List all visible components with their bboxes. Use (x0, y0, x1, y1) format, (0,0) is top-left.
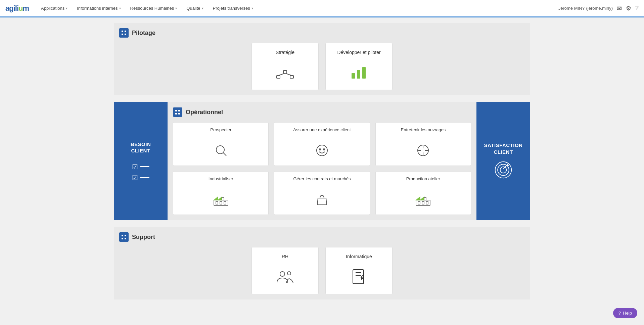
section-header-support: Support (119, 232, 525, 242)
svg-rect-47 (122, 238, 123, 239)
chevron-down-icon: ▾ (66, 6, 67, 10)
rh-icon (275, 268, 295, 288)
svg-rect-29 (222, 197, 224, 200)
industrialiser-label: Industrialiser (209, 176, 233, 182)
card-prospecter[interactable]: Prospecter (173, 122, 269, 166)
pilotage-icon (119, 28, 129, 38)
svg-marker-28 (218, 197, 222, 200)
svg-rect-12 (175, 110, 177, 111)
checklist-line-1: ☑ (132, 163, 149, 171)
operationnel-icon (173, 107, 182, 117)
menu-ressources-humaines[interactable]: Ressources Humaines ▾ (126, 4, 181, 13)
menu-qualite[interactable]: Qualité ▾ (182, 4, 207, 13)
besoin-client-title: BESOIN CLIENT (121, 141, 161, 154)
svg-point-18 (317, 145, 327, 156)
svg-rect-39 (426, 201, 428, 204)
support-icon (119, 232, 129, 242)
svg-marker-56 (361, 277, 363, 279)
svg-marker-34 (416, 197, 420, 200)
production-atelier-icon (415, 192, 431, 210)
navbar: agilium Applications ▾ Informations inte… (0, 0, 644, 17)
section-header-pilotage: Pilotage (119, 28, 525, 38)
svg-rect-46 (125, 235, 126, 236)
svg-point-19 (319, 149, 321, 150)
strategie-icon (275, 64, 295, 84)
besoin-client-checklist: ☑ ☑ (132, 163, 149, 182)
svg-rect-0 (122, 31, 123, 32)
menu-applications[interactable]: Applications ▾ (37, 4, 72, 13)
card-informatique[interactable]: Informatique (325, 247, 393, 294)
line-bar-2 (140, 177, 149, 178)
chevron-down-icon: ▾ (175, 6, 177, 10)
gear-icon[interactable]: ⚙ (626, 5, 631, 12)
help-icon[interactable]: ? (635, 5, 639, 12)
section-support: Support RH Informatique (114, 227, 530, 299)
rh-label: RH (282, 253, 288, 260)
svg-rect-31 (220, 201, 222, 204)
svg-point-49 (280, 272, 285, 276)
svg-rect-45 (122, 235, 123, 236)
card-contrats[interactable]: Gérer les contrats et marchés (274, 171, 370, 215)
svg-point-41 (498, 164, 509, 176)
card-strategie[interactable]: Stratégie (251, 43, 319, 90)
svg-rect-38 (422, 201, 424, 204)
svg-rect-30 (216, 201, 218, 204)
main-content: Pilotage Stratégie Développer et p (87, 17, 557, 312)
svg-marker-35 (420, 197, 424, 200)
prospecter-icon (214, 143, 228, 161)
informatique-label: Informatique (346, 253, 372, 260)
informatique-icon (349, 268, 369, 288)
entretenir-icon (416, 143, 430, 161)
svg-line-7 (278, 73, 285, 76)
support-title: Support (132, 234, 155, 241)
pilotage-cards: Stratégie Développer et piloter (119, 43, 525, 90)
section-pilotage: Pilotage Stratégie Développer et p (114, 23, 530, 95)
svg-line-8 (285, 73, 292, 76)
logo[interactable]: agilium (5, 4, 29, 13)
navbar-right: Jérôme MINY (jerome.miny) ✉ ⚙ ? (558, 5, 639, 12)
operationnel-cards: Prospecter Assurer une expérience client (173, 122, 471, 215)
section-operationnel: BESOIN CLIENT ☑ ☑ (114, 102, 530, 220)
user-name: Jérôme MINY (jerome.miny) (558, 6, 613, 11)
production-atelier-label: Production atelier (406, 176, 440, 182)
svg-rect-32 (224, 201, 226, 204)
section-header-operationnel: Opérationnel (173, 107, 471, 117)
menu-projets-transverses[interactable]: Projets transverses ▾ (209, 4, 257, 13)
help-button[interactable]: ? Help (613, 308, 637, 312)
menu-informations-internes[interactable]: Informations internes ▾ (73, 4, 125, 13)
right-panel-satisfaction-client[interactable]: SATISFACTION CLIENT (476, 102, 530, 220)
left-panel-besoin-client[interactable]: BESOIN CLIENT ☑ ☑ (114, 102, 168, 220)
card-rh[interactable]: RH (251, 247, 319, 294)
operationnel-main: Opérationnel Prospecter Assurer une expé… (168, 102, 476, 220)
svg-rect-1 (125, 31, 126, 32)
satisfaction-client-title: SATISFACTION CLIENT (483, 142, 523, 155)
svg-point-42 (500, 167, 507, 173)
operationnel-title: Opérationnel (186, 109, 223, 116)
mail-icon[interactable]: ✉ (617, 5, 622, 12)
svg-line-55 (361, 275, 364, 277)
svg-rect-6 (290, 76, 293, 78)
svg-rect-10 (357, 70, 360, 79)
card-industrialiser[interactable]: Industrialiser (173, 171, 269, 215)
prospecter-label: Prospecter (210, 127, 231, 133)
card-experience-client[interactable]: Assurer une expérience client (274, 122, 370, 166)
experience-client-icon (315, 143, 329, 161)
card-developper[interactable]: Développer et piloter (325, 43, 393, 90)
svg-marker-27 (214, 197, 218, 200)
pilotage-title: Pilotage (132, 30, 155, 37)
svg-rect-2 (122, 34, 123, 35)
svg-rect-4 (283, 71, 287, 73)
help-label: Help (623, 311, 632, 312)
svg-rect-11 (362, 67, 366, 79)
svg-rect-5 (277, 76, 280, 78)
card-production-atelier[interactable]: Production atelier (375, 171, 471, 215)
svg-point-20 (323, 149, 325, 150)
card-entretenir[interactable]: Entretenir les ouvrages (375, 122, 471, 166)
industrialiser-icon (213, 192, 229, 210)
experience-client-label: Assurer une expérience client (293, 127, 351, 133)
svg-rect-48 (125, 238, 126, 239)
developper-icon (349, 64, 369, 84)
svg-point-16 (216, 146, 224, 154)
checklist-line-2: ☑ (132, 174, 149, 182)
line-bar-1 (140, 166, 149, 167)
